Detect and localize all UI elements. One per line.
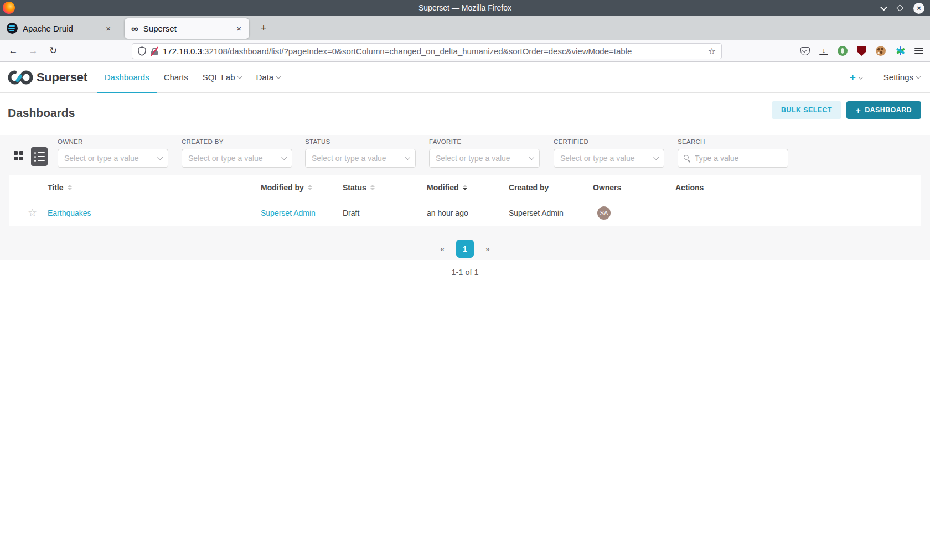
browser-toolbar: ← → ↻ 172.18.0.3:32108/dashboard/list/?p… xyxy=(0,40,930,62)
druid-favicon xyxy=(7,23,18,34)
chevron-down-icon xyxy=(405,154,410,160)
owner-avatar[interactable]: SA xyxy=(597,206,611,220)
dashboards-table: Title Modified by Status Modified Create… xyxy=(9,175,921,226)
search-icon xyxy=(684,155,691,162)
sort-desc-icon[interactable] xyxy=(463,185,467,191)
reload-icon[interactable]: ↻ xyxy=(45,43,61,59)
column-header-owners: Owners xyxy=(593,175,621,200)
modified-by-link[interactable]: Superset Admin xyxy=(261,200,316,226)
url-path: :32108/dashboard/list/?pageIndex=0&sortC… xyxy=(202,46,632,56)
created-by-select[interactable]: Select or type a value xyxy=(182,149,292,168)
brand-name: Superset xyxy=(37,70,87,85)
filter-owner: OWNER Select or type a value xyxy=(58,138,168,168)
chevron-down-icon xyxy=(157,154,163,160)
window-titlebar: Superset — Mozilla Firefox × xyxy=(0,0,930,16)
filter-favorite: FAVORITE Select or type a value xyxy=(429,138,540,168)
chevron-down-icon xyxy=(529,154,534,160)
ublock-shield-icon[interactable] xyxy=(857,46,866,56)
column-header-actions: Actions xyxy=(675,175,704,200)
previous-page-icon[interactable]: « xyxy=(440,245,445,253)
menu-hamburger-icon[interactable] xyxy=(914,46,923,56)
window-title: Superset — Mozilla Firefox xyxy=(0,0,930,16)
tab-bar: Apache Druid × ∞ Superset × + xyxy=(0,16,930,40)
certified-select[interactable]: Select or type a value xyxy=(554,149,664,168)
url-bar[interactable]: 172.18.0.3:32108/dashboard/list/?pageInd… xyxy=(132,43,722,59)
sort-icon[interactable] xyxy=(370,185,375,191)
created-by-cell: Superset Admin xyxy=(509,200,564,226)
new-tab-button[interactable]: + xyxy=(256,20,271,36)
bulk-select-button[interactable]: BULK SELECT xyxy=(772,101,841,119)
settings-menu[interactable]: Settings xyxy=(884,72,920,82)
column-header-modified-by[interactable]: Modified by xyxy=(261,175,312,200)
owner-select[interactable]: Select or type a value xyxy=(58,149,168,168)
chevron-down-icon xyxy=(237,74,242,79)
back-icon[interactable]: ← xyxy=(6,43,21,59)
url-domain: 172.18.0.3 xyxy=(163,46,202,56)
dashboard-title-link[interactable]: Earthquakes xyxy=(48,200,91,226)
tab-superset[interactable]: ∞ Superset × xyxy=(125,18,249,39)
next-page-icon[interactable]: » xyxy=(485,245,490,253)
page-header: Dashboards BULK SELECT + DASHBOARD xyxy=(0,93,930,135)
card-view-toggle[interactable] xyxy=(14,151,24,161)
search-input[interactable] xyxy=(695,154,795,163)
column-header-status[interactable]: Status xyxy=(343,175,375,200)
nav-data[interactable]: Data xyxy=(249,62,287,93)
plus-icon: + xyxy=(856,106,861,115)
cookie-extension-icon[interactable] xyxy=(876,46,886,56)
column-header-modified[interactable]: Modified xyxy=(427,175,467,200)
chevron-down-icon xyxy=(281,154,287,160)
superset-logo[interactable]: Superset xyxy=(8,69,87,86)
window-maximize-icon[interactable] xyxy=(896,4,903,12)
filter-search: SEARCH xyxy=(678,138,788,168)
tab-label: Apache Druid xyxy=(23,24,105,33)
pagination-summary: 1-1 of 1 xyxy=(0,268,930,277)
table-row: ☆ Earthquakes Superset Admin Draft an ho… xyxy=(9,200,921,226)
superset-navbar: Superset Dashboards Charts SQL Lab Data … xyxy=(0,62,930,93)
forward-icon[interactable]: → xyxy=(25,43,41,59)
table-header-row: Title Modified by Status Modified Create… xyxy=(9,175,921,200)
window-close-icon[interactable]: × xyxy=(913,3,924,14)
asterisk-extension-icon[interactable] xyxy=(895,46,905,56)
chevron-down-icon xyxy=(276,74,281,79)
column-header-title[interactable]: Title xyxy=(48,175,72,200)
nav-charts[interactable]: Charts xyxy=(157,62,195,93)
status-select[interactable]: Select or type a value xyxy=(305,149,416,168)
chevron-down-icon xyxy=(916,74,921,79)
new-dashboard-button[interactable]: + DASHBOARD xyxy=(846,101,921,119)
sort-icon[interactable] xyxy=(308,185,312,191)
status-cell: Draft xyxy=(343,200,359,226)
insecure-lock-icon[interactable] xyxy=(151,47,158,56)
tab-apache-druid[interactable]: Apache Druid × xyxy=(0,16,118,40)
filter-certified: CERTIFIED Select or type a value xyxy=(554,138,664,168)
chevron-down-icon xyxy=(653,154,659,160)
url-text[interactable]: 172.18.0.3:32108/dashboard/list/?pageInd… xyxy=(163,46,704,56)
filter-status: STATUS Select or type a value xyxy=(305,138,416,168)
window-minimize-icon[interactable] xyxy=(880,4,887,11)
tab-close-icon[interactable]: × xyxy=(235,24,242,33)
filter-created-by: CREATED BY Select or type a value xyxy=(182,138,292,168)
pagination: « 1 » xyxy=(0,240,930,258)
tab-label: Superset xyxy=(143,24,235,33)
superset-favicon: ∞ xyxy=(131,23,138,34)
downloads-icon[interactable]: ↓ xyxy=(819,47,828,55)
extension-green-icon[interactable] xyxy=(838,46,848,56)
chevron-down-icon xyxy=(859,75,863,79)
favorite-select[interactable]: Select or type a value xyxy=(429,149,540,168)
sort-icon[interactable] xyxy=(68,185,72,191)
nav-sql-lab[interactable]: SQL Lab xyxy=(195,62,249,93)
bookmark-star-icon[interactable]: ☆ xyxy=(708,46,716,56)
favorite-star-icon[interactable]: ☆ xyxy=(28,200,37,226)
tracking-protection-shield-icon[interactable] xyxy=(138,46,146,56)
modified-cell: an hour ago xyxy=(427,200,468,226)
column-header-created-by: Created by xyxy=(509,175,549,200)
nav-dashboards[interactable]: Dashboards xyxy=(97,62,157,93)
page-title: Dashboards xyxy=(8,106,75,120)
superset-infinity-icon xyxy=(8,69,33,86)
tab-close-icon[interactable]: × xyxy=(105,24,112,33)
page-button-active[interactable]: 1 xyxy=(456,240,474,258)
pocket-icon[interactable] xyxy=(800,47,810,55)
list-view-toggle[interactable] xyxy=(31,147,48,166)
new-item-menu[interactable]: + xyxy=(850,71,862,84)
